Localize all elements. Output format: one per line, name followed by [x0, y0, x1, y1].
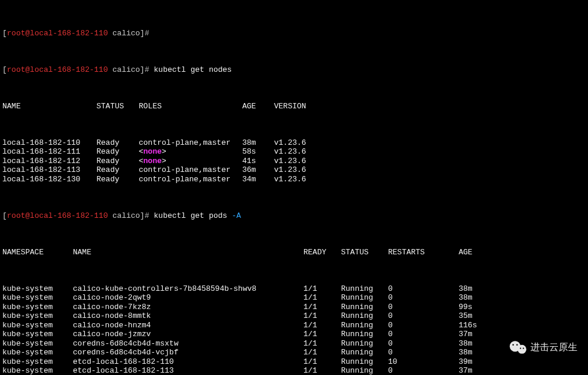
pod-row: kube-systemcalico-node-7kz8z1/1Running09… — [2, 303, 586, 312]
watermark: 进击云原生 — [509, 340, 577, 355]
node-row: local-168-182-130Readycontrol-plane,mast… — [2, 175, 586, 184]
watermark-text: 进击云原生 — [530, 343, 577, 352]
svg-point-1 — [517, 345, 526, 354]
cmd-flag: -A — [232, 211, 241, 220]
svg-point-3 — [516, 344, 518, 346]
cmd-get-nodes: kubectl get nodes — [154, 65, 232, 74]
pod-row: kube-systemetcd-local-168-182-1101/1Runn… — [2, 357, 586, 367]
prompt-line-cmd2: [root@local-168-182-110 calico]# kubectl… — [2, 211, 586, 221]
pod-row: kube-systemcoredns-6d8c4cb4d-msxtw1/1Run… — [2, 339, 586, 349]
node-row: local-168-182-112Ready<none>41sv1.23.6 — [2, 157, 586, 166]
pod-row: kube-systemcalico-kube-controllers-7b845… — [2, 284, 586, 294]
prompt-line-empty: [root@local-168-182-110 calico]# — [2, 29, 586, 38]
svg-point-5 — [523, 348, 524, 349]
terminal-output[interactable]: [root@local-168-182-110 calico]# [root@l… — [0, 0, 588, 375]
pod-row: kube-systemcalico-node-8mmtk1/1Running03… — [2, 311, 586, 321]
pod-row: kube-systemcalico-node-hnzm41/1Running01… — [2, 321, 586, 330]
node-row: local-168-182-111Ready<none>58sv1.23.6 — [2, 147, 586, 157]
pods-header: NAMESPACENAMEREADYSTATUSRESTARTSAGE — [2, 248, 586, 257]
node-row: local-168-182-110Readycontrol-plane,mast… — [2, 138, 586, 148]
pod-row: kube-systemcoredns-6d8c4cb4d-vcjbf1/1Run… — [2, 348, 586, 357]
wechat-icon — [509, 340, 527, 355]
pod-row: kube-systemetcd-local-168-182-1131/1Runn… — [2, 366, 586, 375]
node-row: local-168-182-113Readycontrol-plane,mast… — [2, 165, 586, 175]
pod-row: kube-systemcalico-node-jzmzv1/1Running03… — [2, 330, 586, 339]
pod-row: kube-systemcalico-node-2qwt91/1Running03… — [2, 293, 586, 303]
svg-point-2 — [512, 344, 514, 346]
prompt-line-cmd1: [root@local-168-182-110 calico]# kubectl… — [2, 65, 586, 75]
svg-point-4 — [520, 348, 521, 349]
nodes-header: NAMESTATUSROLESAGEVERSION — [2, 102, 586, 111]
cmd-get-pods: kubectl get pods — [154, 211, 232, 220]
